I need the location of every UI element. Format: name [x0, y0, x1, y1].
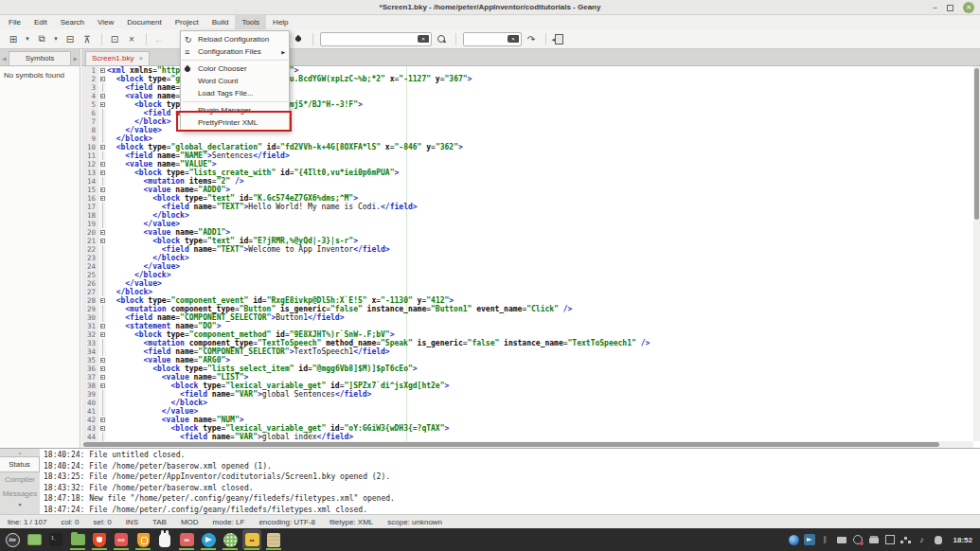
bluetooth-icon[interactable]: ᛒ: [820, 534, 831, 545]
code-line[interactable]: 42 <value name="NUM">: [81, 416, 973, 424]
code-line[interactable]: 20 <value name="ADD1">: [81, 228, 973, 237]
code-line[interactable]: 12 <value name="VALUE">: [81, 160, 973, 169]
menu-item-color-chooser[interactable]: Color Chooser: [181, 62, 289, 75]
code-line[interactable]: 27 </block>: [81, 288, 973, 296]
code-line[interactable]: 24 </value>: [81, 262, 973, 271]
menu-item-load-tags-file[interactable]: Load Tags File...: [181, 87, 289, 99]
close-button[interactable]: ×: [963, 2, 974, 13]
code-line[interactable]: 11 <field name="NAME">Sentences</field>: [81, 151, 973, 160]
tab-symbols[interactable]: Symbols: [9, 51, 72, 65]
menu-view[interactable]: View: [91, 15, 120, 29]
code-line[interactable]: 17 <field name="TEXT">Hello World! My na…: [81, 203, 973, 211]
goto-line-input[interactable]: [463, 32, 522, 46]
taskbar-app-terminal[interactable]: 1_: [46, 529, 65, 550]
tabs-scroll-up-icon[interactable]: ▲: [0, 449, 40, 456]
open-file-dropdown-icon[interactable]: ▼: [51, 31, 61, 46]
code-line[interactable]: 13 <block type="lists_create_with" id="{…: [81, 169, 973, 177]
code-line[interactable]: 41 </value>: [81, 407, 973, 416]
firefox-icon[interactable]: [789, 535, 799, 545]
code-line[interactable]: 39 <field name="VAR">global Sentences</f…: [81, 390, 973, 399]
briefcase-icon[interactable]: [836, 534, 847, 545]
taskbar-app-archive-tan[interactable]: [264, 529, 283, 550]
menu-item-word-count[interactable]: Word Count: [181, 75, 289, 87]
code-line[interactable]: 43 <block type="lexical_variable_get" id…: [81, 424, 973, 433]
code-line[interactable]: 35 <value name="ARG0">: [81, 356, 973, 364]
tab-close-icon[interactable]: ×: [138, 55, 143, 62]
sidebar-scroll-left-icon[interactable]: ◀: [0, 55, 9, 65]
code-line[interactable]: 22 <field name="TEXT">Welcome to App Inv…: [81, 245, 973, 254]
shield-icon[interactable]: [933, 534, 944, 545]
clear-search-icon[interactable]: [418, 35, 429, 43]
jump-to-line-icon[interactable]: ↷: [524, 31, 539, 46]
clock-badge-icon[interactable]: [852, 534, 864, 545]
taskbar-app-goggles-red[interactable]: ∞: [177, 529, 196, 550]
taskbar-app-rabbit[interactable]: [155, 529, 174, 550]
code-line[interactable]: 19 </value>: [81, 220, 973, 228]
menu-item-reload-configuration[interactable]: ↻Reload Configuration: [181, 33, 289, 45]
music-icon[interactable]: ♪: [917, 534, 928, 545]
maximize-button[interactable]: [947, 5, 953, 11]
code-line[interactable]: 16 <block type="text" id="K.Gc574eZ7GX6%…: [81, 194, 973, 203]
taskbar-app-geany[interactable]: ••: [242, 529, 261, 550]
revert-icon[interactable]: ⊡: [107, 31, 122, 46]
code-line[interactable]: 21 <block type="text" id="E?jRMR,%@yQd|-…: [81, 237, 973, 245]
code-line[interactable]: 38 <block type="lexical_variable_get" id…: [81, 382, 973, 390]
telegram-icon[interactable]: [804, 534, 815, 545]
taskbar-app-vault-orange[interactable]: [134, 529, 152, 550]
menu-tools[interactable]: Tools: [235, 15, 266, 29]
code-line[interactable]: 10 <block type="global_declaration" id="…: [81, 143, 973, 151]
code-line[interactable]: 29 <mutation component_type="Button" is_…: [81, 305, 973, 313]
search-input[interactable]: [320, 32, 432, 46]
taskbar-app-desktop[interactable]: [25, 529, 44, 550]
sidebar-scroll-right-icon[interactable]: ▶: [71, 55, 80, 65]
menu-item-configuration-files[interactable]: ≡Configuration Files▶: [181, 45, 289, 58]
taskbar-app-app-grid[interactable]: [221, 529, 240, 550]
new-file-icon[interactable]: ⊞: [6, 31, 21, 46]
code-line[interactable]: 26 </value>: [81, 279, 973, 288]
menu-edit[interactable]: Edit: [27, 15, 54, 29]
menu-project[interactable]: Project: [169, 15, 205, 29]
code-line[interactable]: 37 <value name="LIST">: [81, 373, 973, 382]
quit-icon[interactable]: [551, 31, 566, 46]
code-line[interactable]: 28 <block type="component_event" id="Rxg…: [81, 296, 973, 305]
vertical-scrollbar[interactable]: [973, 66, 980, 441]
taskbar-app-files[interactable]: [68, 529, 87, 550]
tab-screen1-bky[interactable]: Screen1.bky ×: [85, 51, 150, 65]
code-line[interactable]: 23 </block>: [81, 254, 973, 262]
code-line[interactable]: 30 <field name="COMPONENT_SELECTOR">Butt…: [81, 313, 973, 322]
menu-search[interactable]: Search: [54, 15, 91, 29]
code-line[interactable]: 18 </block>: [81, 211, 973, 220]
clear-goto-icon[interactable]: [508, 35, 519, 43]
code-line[interactable]: 44 <field name="VAR">global index</field…: [81, 433, 973, 441]
message-tab-status[interactable]: Status: [0, 456, 40, 472]
search-icon[interactable]: [434, 31, 449, 46]
close-document-icon[interactable]: ×: [124, 31, 139, 46]
menu-build[interactable]: Build: [205, 15, 236, 29]
code-line[interactable]: 25 </block>: [81, 271, 973, 279]
code-line[interactable]: 36 <block type="lists_select_item" id="@…: [81, 364, 973, 373]
save-all-icon[interactable]: ⊼: [80, 31, 95, 46]
color-chooser-icon[interactable]: [291, 31, 306, 46]
code-line[interactable]: 15 <value name="ADD0">: [81, 186, 973, 194]
code-line[interactable]: 34 <field name="COMPONENT_SELECTOR">Text…: [81, 347, 973, 356]
taskbar-app-telegram[interactable]: [199, 529, 218, 550]
taskbar-clock[interactable]: 18:52: [944, 536, 980, 544]
code-line[interactable]: 40 </block>: [81, 399, 973, 407]
new-file-dropdown-icon[interactable]: ▼: [23, 31, 32, 46]
navigate-back-icon[interactable]: ←: [151, 31, 167, 46]
taskbar-app-browser-red[interactable]: oo: [112, 529, 131, 550]
printer-icon[interactable]: [868, 534, 880, 545]
open-file-icon[interactable]: ⧉: [34, 31, 49, 46]
message-tab-messages[interactable]: Messages: [0, 487, 40, 501]
save-icon[interactable]: ⊟: [62, 31, 78, 46]
horizontal-scrollbar[interactable]: [81, 441, 973, 448]
code-line[interactable]: 9 </block>: [81, 134, 973, 143]
taskbar-app-brave[interactable]: [90, 529, 109, 550]
message-tab-compiler[interactable]: Compiler: [0, 472, 40, 487]
tabs-scroll-down-icon[interactable]: ▼: [0, 501, 40, 508]
network-icon[interactable]: [900, 534, 912, 545]
menu-help[interactable]: Help: [266, 15, 294, 29]
menu-file[interactable]: File: [2, 15, 27, 29]
minimize-button[interactable]: −: [933, 3, 937, 12]
menu-document[interactable]: Document: [120, 15, 168, 29]
